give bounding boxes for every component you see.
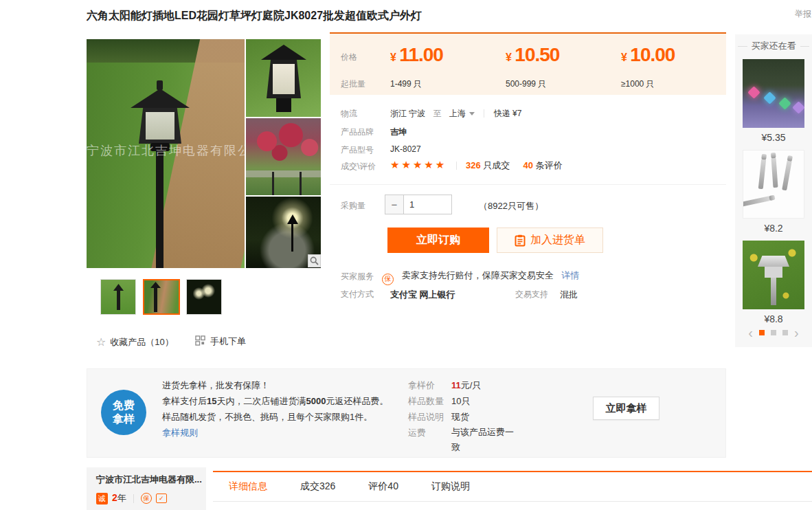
mobile-order-label: 手机下单 [210,336,246,346]
stone-edge [246,170,321,177]
lamp-stem [771,278,776,305]
free-sample-section: 免费 拿样 进货先拿样，批发有保障！ 拿样支付后15天内，二次店铺进货满5000… [87,368,726,458]
brand-value: 吉坤 [390,126,407,138]
star-rating-icon: ★★★★★ [390,159,447,170]
logistics-row: 浙江 宁波 至 上海 快递 ¥7 [390,108,521,120]
sample-price-rest: 元/只 [461,380,482,390]
tier3-qty: ≥1000 只 [621,78,655,90]
divider [330,184,726,185]
pager-dot-3[interactable] [782,330,788,335]
report-link[interactable]: 举报 [795,8,811,20]
logistics-label: 物流 [341,108,357,120]
add-to-cart-button[interactable]: 加入进货单 [497,228,603,253]
image-watermark: 宁波市江北吉坤电器有限公司 [87,142,245,159]
divider [456,162,457,170]
deals-count: 326 [466,160,481,170]
thumb-lamp-pole [154,286,157,312]
tab-reviews[interactable]: 评价40 [368,480,398,493]
rating-row: ★★★★★ 326 只成交 40 条评价 [390,159,563,172]
sample-line3: 样品随机发货，不挑色、挑码，且每个买家限购1件。 [162,409,388,425]
brand-label: 产品品牌 [341,126,374,138]
recommend-image-lawn-light [743,241,804,309]
recommend-item-3[interactable]: ¥8.8 [735,241,812,324]
destination-value: 上海 [449,109,466,118]
stake-light [743,196,771,207]
side-image-closeup[interactable] [246,39,321,117]
service-detail-link[interactable]: 详情 [561,270,579,280]
seller-name[interactable]: 宁波市江北吉坤电器有限... [96,474,206,486]
clipboard-icon [515,234,526,247]
thumbnail-1[interactable] [100,279,136,315]
stake-light [272,172,274,195]
express-fee: 快递 ¥7 [494,109,522,118]
divider [133,494,134,503]
pager-dot-2[interactable] [771,330,776,335]
magnifier-icon[interactable] [308,254,321,267]
favorite-label: 收藏产品（10） [110,337,173,347]
diamond-light [778,97,791,109]
thumbnail-2-selected[interactable] [143,279,180,315]
page-title: 六角太阳能灯插地LED花园灯草坪灯庭院JK8027批发超值欧式户外灯 [87,9,422,23]
tab-detail-info[interactable]: 详细信息 [229,480,267,493]
sample-ship-value: 与该产品运费一致 [451,425,519,455]
mobile-order-button[interactable]: 手机下单 [195,335,246,348]
product-page: 六角太阳能灯插地LED花园灯草坪灯庭院JK8027批发超值欧式户外灯 举报 宁波… [0,0,812,510]
tab-order-notes[interactable]: 订购说明 [431,480,470,493]
logistics-to-label: 至 [433,109,442,118]
reviews-count[interactable]: 40 [523,160,533,170]
pager-prev-icon[interactable]: ‹ [748,327,753,338]
night-lamp-head [287,214,298,224]
recommend-pager: ‹ › [735,327,812,338]
lamp-base [276,98,291,112]
sample-ship-label: 运费 [408,425,446,455]
sample-rules-link[interactable]: 拿样规则 [162,425,388,441]
bold-amount: 5000 [306,396,326,406]
recommend-price: ¥8.8 [735,313,812,324]
recommend-title: 买家还在看 [735,34,812,52]
thumbnail-3[interactable] [186,279,222,315]
pager-next-icon[interactable]: › [794,327,799,338]
text: 拿样支付后 [162,396,207,406]
pager-dot-1[interactable] [759,330,765,335]
bold-days: 15 [207,396,216,406]
side-image-flowers[interactable] [246,118,321,195]
sample-desc-label: 样品说明 [408,409,446,425]
thumb-lamp-pole [117,289,120,310]
seller-years-suffix: 年 [117,493,126,503]
buyer-service-label: 买家服务 [341,271,374,282]
trade-support-label: 交易支持 [515,289,548,300]
lamp-cap [758,256,789,267]
currency: ¥ [506,52,512,63]
badge-line2: 拿样 [113,412,135,426]
integrity-badge-icon: 诚 [96,493,108,505]
quantity-minus-button[interactable]: − [385,195,404,214]
sample-info: 拿样价11元/只 样品数量10只 样品说明现货 运费与该产品运费一致 [408,377,527,455]
stake-light [300,172,302,195]
currency: ¥ [621,52,627,63]
tier2-qty: 500-999 只 [506,78,546,90]
divider [484,109,484,118]
moq-label: 起批量 [341,78,365,90]
destination-select[interactable]: 上海 [449,109,475,118]
tier1-qty: 1-499 只 [390,78,422,90]
lamp-pole [156,141,163,268]
tier2-price: ¥ 10.50 [506,44,559,66]
qr-code-icon [195,335,205,346]
favorite-button[interactable]: ☆收藏产品（10） [96,335,174,348]
price-value: 11.00 [399,44,443,65]
detail-tabs: 详细信息 成交326 评价40 订购说明 [213,471,812,502]
lamp-glass [146,112,174,140]
get-sample-button[interactable]: 立即拿样 [593,397,659,420]
lamp-glass [273,64,295,94]
seller-card: 宁波市江北吉坤电器有限... 诚 2年 保 ✓ [87,467,206,510]
order-now-button[interactable]: 立即订购 [387,228,489,253]
tab-deals[interactable]: 成交326 [300,480,335,493]
price-label: 价格 [341,52,357,63]
model-value: JK-8027 [390,144,421,154]
recommend-item-2[interactable]: ¥8.2 [735,150,812,234]
add-to-cart-label: 加入进货单 [530,233,585,247]
reviews-suffix: 条评价 [536,160,563,170]
quantity-input[interactable] [403,195,452,214]
recommend-item-1[interactable]: ¥5.35 [735,59,812,143]
main-product-image[interactable]: 宁波市江北吉坤电器有限公司 [87,39,245,268]
